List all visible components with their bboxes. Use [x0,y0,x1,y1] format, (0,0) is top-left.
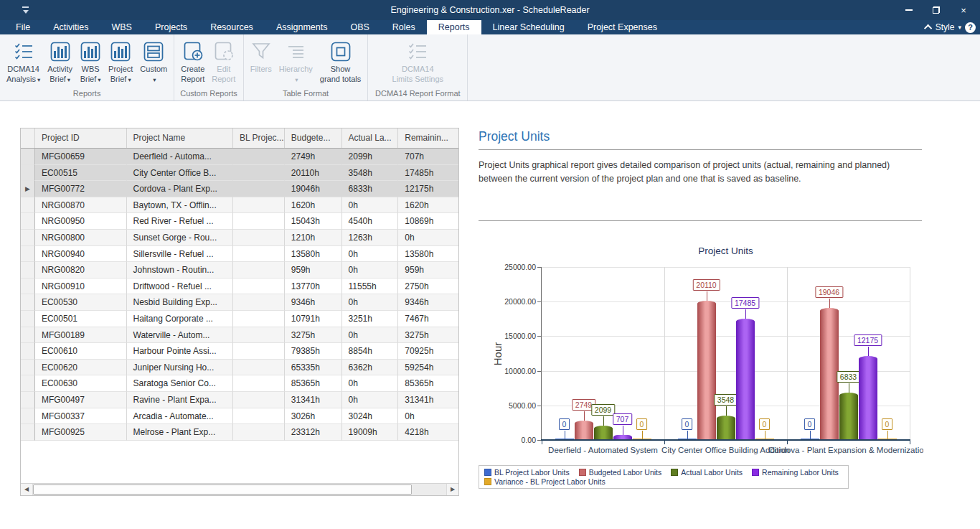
tab-project-expenses[interactable]: Project Expenses [576,20,669,34]
tab-obs[interactable]: OBS [339,20,380,34]
x-tick [787,441,788,444]
show-grand-totals-button[interactable]: Showgrand totals [316,37,364,85]
table-row[interactable]: EC00610Harbour Pointe Assi...79385h8854h… [21,343,458,360]
tab-reports[interactable]: Reports [427,20,481,34]
table-row[interactable]: MFG00925Melrose - Plant Exp...23312h1900… [21,424,458,441]
filters-button: Filters [247,37,275,75]
table-cell: NRG00950 [35,213,127,230]
table-cell [233,360,285,376]
data-label: 0 [559,418,570,430]
table-row[interactable]: NRG00820Johnstown - Routin...959h0h959h [21,262,458,278]
table-cell [233,392,285,408]
table-row[interactable]: NRG00910Driftwood - Refuel ...13770h1155… [21,278,458,295]
collapse-ribbon-icon[interactable] [924,24,932,32]
legend-marker [579,469,586,476]
create-report-button[interactable]: CreateReport [177,37,208,85]
table-cell [233,294,285,311]
scrollbar-thumb[interactable] [33,484,412,495]
table-row[interactable]: EC00515City Center Office B...20110h3548… [21,165,458,182]
table-cell: Juniper Nursing Ho... [127,360,234,376]
row-header [21,165,35,182]
table-cell: 15043h [285,213,342,230]
tab-resources[interactable]: Resources [199,20,265,34]
table-cell: 9346h [398,294,458,311]
data-label: 12175 [854,334,882,346]
y-tick-label: 10000.00 [494,367,536,375]
table-cell [233,311,285,327]
column-header[interactable] [21,128,35,148]
activity-brief-button[interactable]: ActivityBrief▾ [44,37,76,85]
restore-button[interactable] [923,0,950,20]
tab-file[interactable]: File [4,20,42,34]
column-header[interactable]: Budgete... [285,128,342,148]
tab-wbs[interactable]: WBS [100,20,143,34]
table-cell: MFG00497 [35,392,127,408]
close-button[interactable]: × [950,0,977,20]
row-header [21,375,35,392]
table-row[interactable]: EC00501Haitang Corporate ...10791h3251h7… [21,311,458,327]
tab-activities[interactable]: Activities [42,20,100,34]
table-row[interactable]: NRG00940Sillersville - Refuel ...13580h0… [21,246,458,263]
tab-projects[interactable]: Projects [143,20,199,34]
table-row[interactable]: NRG00950Red River - Refuel ...15043h4540… [21,213,458,230]
style-menu[interactable]: Style [936,22,955,32]
table-row[interactable]: NRG00870Baytown, TX - Offlin...1620h0h16… [21,197,458,214]
x-tick [542,441,542,444]
help-icon[interactable]: ? [965,22,976,33]
column-header[interactable]: Actual La... [342,128,399,148]
table-row[interactable]: EC00620Juniper Nursing Ho...65335h6362h5… [21,360,458,376]
scroll-left-button[interactable]: ◀ [21,484,33,495]
gridline [542,267,910,268]
gridline [542,301,910,302]
tab-assignments[interactable]: Assignments [265,20,339,34]
y-tick-label: 0.00 [494,436,536,444]
bar-chart-icon [80,39,101,65]
table-cell: 13770h [285,278,342,295]
minimize-button[interactable] [895,0,923,20]
table-row[interactable]: MFG00189Waterville - Autom...3275h0h3275… [21,327,458,344]
label-leader-line [603,416,604,426]
tab-roles[interactable]: Roles [381,20,427,34]
table-cell: 19046h [285,181,342,197]
table-row[interactable]: MFG00337Arcadia - Automate...3026h3024h0… [21,408,458,425]
table-cell: NRG00910 [35,278,127,295]
row-header [21,197,35,214]
column-header[interactable]: BL Projec... [233,128,285,148]
table-row[interactable]: EC00530Nesbid Building Exp...9346h0h9346… [21,294,458,311]
table-cell: Johnstown - Routin... [127,262,234,278]
table-cell: 707h [398,149,458,165]
data-label: 707 [613,413,633,425]
tab-linear-scheduling[interactable]: Linear Scheduling [481,20,576,34]
bar-actual-labor-units [839,393,858,440]
y-tick [537,267,541,268]
wbs-brief-button[interactable]: WBSBrief▾ [76,37,105,85]
column-header[interactable]: Remainin... [398,128,458,148]
table-row[interactable]: MFG00497Ravine - Plant Expa...31341h0h31… [21,392,458,408]
table-cell: 4540h [342,213,399,230]
table-cell: MFG00337 [35,408,127,425]
table-row[interactable]: ▶MFG00772Cordova - Plant Exp...19046h683… [21,181,458,197]
close-icon: × [961,5,966,16]
horizontal-scrollbar[interactable]: ◀ ▶ [21,483,458,495]
dcma14-analysis-button[interactable]: DCMA14Analysis▾ [3,37,44,85]
project-brief-button[interactable]: ProjectBrief▾ [105,37,136,85]
label-leader-line [707,291,707,301]
row-header [21,343,35,360]
table-row[interactable]: NRG00800Sunset Gorge - Rou...1210h1263h0… [21,230,458,246]
label-leader-line [849,383,849,393]
table-cell: 70925h [398,343,458,360]
scroll-right-button[interactable]: ▶ [446,484,458,495]
table-row[interactable]: MFG00659Deerfield - Automa...2749h2099h7… [21,149,458,165]
table-cell: 3251h [342,311,399,327]
chevron-down-icon: ▾ [128,76,131,83]
table-cell: Saratoga Senior Co... [127,375,234,392]
custom-report-button[interactable]: Custom▾ [136,37,171,85]
table-cell: 23312h [285,424,342,441]
column-header[interactable]: Project ID [35,128,127,148]
chart-legend: BL Project Labor UnitsBudgeted Labor Uni… [479,465,849,489]
label-leader-line [726,406,727,416]
chevron-down-icon[interactable]: ▾ [958,24,961,31]
table-cell: 31341h [285,392,342,408]
table-row[interactable]: EC00630Saratoga Senior Co...85365h0h8536… [21,375,458,392]
column-header[interactable]: Project Name [127,128,233,148]
